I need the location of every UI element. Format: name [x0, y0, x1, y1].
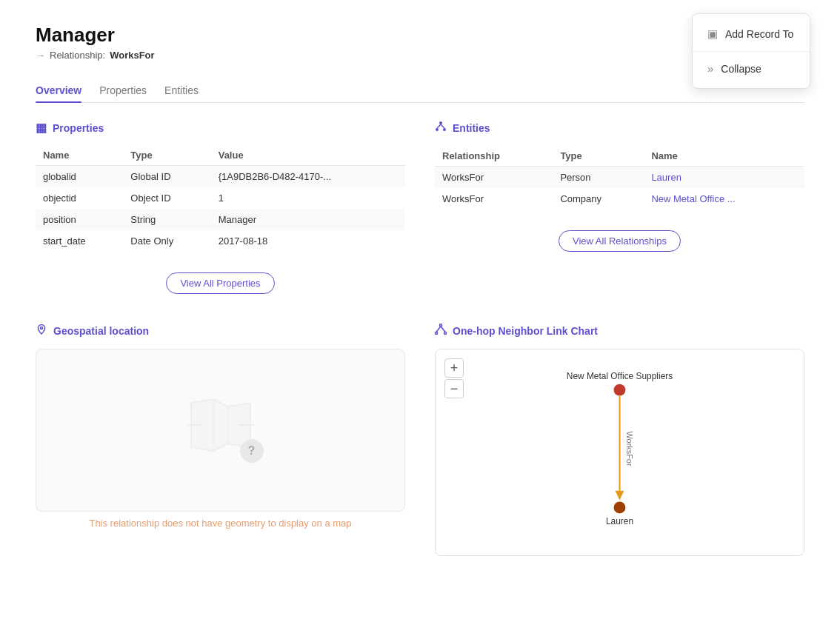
- col-name: Name: [644, 146, 804, 167]
- zoom-in-button[interactable]: +: [444, 358, 464, 378]
- entities-cell-type: Company: [553, 188, 644, 210]
- svg-point-0: [439, 121, 442, 124]
- properties-cell-type: Global ID: [123, 166, 210, 188]
- entities-title: Entities: [453, 122, 490, 134]
- properties-cell-value: {1A9DB2B6-D482-4170-...: [211, 166, 405, 188]
- collapse-icon: »: [707, 62, 713, 75]
- svg-line-4: [441, 124, 444, 128]
- svg-point-12: [436, 332, 438, 335]
- collapse-label: Collapse: [721, 63, 761, 75]
- tabs-bar: Overview Properties Entities: [36, 78, 804, 103]
- properties-cell-name: objectid: [36, 187, 123, 209]
- properties-cell-value: 1: [211, 187, 405, 209]
- page-container: Manager → Relationship: WorksFor ▣ Add R…: [0, 0, 840, 639]
- table-row: positionStringManager: [36, 209, 405, 230]
- question-badge: ?: [240, 439, 264, 463]
- properties-section-header: ▦ Properties: [36, 121, 405, 135]
- menu-divider: [693, 51, 810, 52]
- geo-title: Geospatial location: [53, 325, 149, 337]
- node-bottom-label: Lauren: [606, 516, 633, 526]
- col-type: Type: [123, 145, 210, 166]
- svg-point-13: [444, 332, 447, 335]
- properties-cell-type: Date Only: [123, 230, 210, 252]
- rel-name: WorksFor: [110, 50, 154, 61]
- col-relationship: Relationship: [435, 146, 553, 167]
- entities-table-body: WorksForPersonLaurenWorksForCompanyNew M…: [435, 167, 804, 210]
- tab-overview[interactable]: Overview: [36, 78, 81, 102]
- col-type: Type: [553, 146, 644, 167]
- view-all-properties-button[interactable]: View All Properties: [166, 272, 274, 294]
- entities-table-header: Relationship Type Name: [435, 146, 804, 167]
- relationship-label: → Relationship: WorksFor: [36, 50, 804, 61]
- properties-table-header: Name Type Value: [36, 145, 405, 166]
- geo-icon: [36, 324, 47, 338]
- entities-panel: Entities Relationship Type Name WorksFor…: [435, 121, 804, 318]
- svg-line-15: [441, 327, 445, 332]
- table-row: WorksForCompanyNew Metal Office ...: [435, 188, 804, 210]
- svg-point-5: [41, 327, 43, 329]
- properties-cell-name: start_date: [36, 230, 123, 252]
- content-grid: ▦ Properties Name Type Value globalidGlo…: [36, 121, 804, 318]
- table-row: WorksForPersonLauren: [435, 167, 804, 189]
- properties-icon: ▦: [36, 121, 47, 135]
- add-record-label: Add Record To: [725, 28, 793, 40]
- entities-cell-relationship: WorksFor: [435, 167, 553, 189]
- col-name: Name: [36, 145, 123, 166]
- rel-prefix: Relationship:: [50, 50, 105, 61]
- svg-point-2: [443, 128, 446, 131]
- properties-cell-value: 2017-08-18: [211, 230, 405, 252]
- node-top: [614, 384, 626, 396]
- svg-point-1: [436, 128, 439, 131]
- entities-cell-relationship: WorksFor: [435, 188, 553, 210]
- properties-cell-type: String: [123, 209, 210, 230]
- view-all-relationships-container: View All Relationships: [435, 230, 804, 252]
- entities-table: Relationship Type Name WorksForPersonLau…: [435, 146, 804, 210]
- entities-section-header: Entities: [435, 121, 804, 136]
- properties-table: Name Type Value globalidGlobal ID{1A9DB2…: [36, 145, 405, 252]
- tab-properties[interactable]: Properties: [99, 78, 147, 102]
- edge-label: WorksFor: [625, 432, 634, 466]
- table-row: start_dateDate Only2017-08-18: [36, 230, 405, 252]
- arrow-icon: →: [36, 50, 45, 61]
- page-title: Manager: [36, 24, 804, 47]
- properties-panel: ▦ Properties Name Type Value globalidGlo…: [36, 121, 405, 318]
- view-all-properties-container: View All Properties: [36, 272, 405, 294]
- svg-line-3: [437, 124, 441, 128]
- geo-message: This relationship does not have geometry…: [36, 518, 405, 529]
- svg-point-11: [440, 324, 442, 327]
- entities-cell-name[interactable]: New Metal Office ...: [644, 188, 804, 210]
- link-chart-svg: New Metal Office Suppliers Lauren WorksF…: [436, 349, 804, 555]
- dropdown-menu: ▣ Add Record To » Collapse: [692, 13, 810, 89]
- node-top-label: New Metal Office Suppliers: [567, 371, 673, 381]
- properties-cell-name: position: [36, 209, 123, 230]
- svg-line-14: [436, 327, 441, 332]
- node-bottom: [614, 502, 626, 514]
- entities-cell-type: Person: [553, 167, 644, 189]
- geo-header: Geospatial location: [36, 324, 405, 338]
- table-row: globalidGlobal ID{1A9DB2B6-D482-4170-...: [36, 166, 405, 188]
- zoom-out-button[interactable]: −: [444, 379, 464, 398]
- properties-cell-type: Object ID: [123, 187, 210, 209]
- add-record-icon: ▣: [707, 27, 718, 41]
- collapse-item[interactable]: » Collapse: [693, 55, 810, 82]
- chart-title: One-hop Neighbor Link Chart: [453, 325, 598, 337]
- properties-cell-value: Manager: [211, 209, 405, 230]
- chart-icon: [435, 324, 447, 338]
- col-value: Value: [211, 145, 405, 166]
- chart-header: One-hop Neighbor Link Chart: [435, 324, 804, 338]
- chart-box: + − New Metal Office Suppliers Lauren: [435, 349, 804, 556]
- link-chart-section: One-hop Neighbor Link Chart + −: [435, 324, 804, 556]
- properties-title: Properties: [53, 122, 104, 134]
- tab-entities[interactable]: Entities: [164, 78, 199, 102]
- chart-controls: + −: [444, 358, 464, 398]
- header: Manager → Relationship: WorksFor: [36, 24, 804, 61]
- geospatial-section: Geospatial location ? This relationship …: [36, 324, 405, 556]
- entities-cell-name[interactable]: Lauren: [644, 167, 804, 189]
- entities-icon: [435, 121, 447, 136]
- add-record-item[interactable]: ▣ Add Record To: [693, 20, 810, 48]
- table-row: objectidObject ID1: [36, 187, 405, 209]
- properties-table-body: globalidGlobal ID{1A9DB2B6-D482-4170-...…: [36, 166, 405, 252]
- map-placeholder: ?: [36, 349, 405, 512]
- properties-cell-name: globalid: [36, 166, 123, 188]
- view-all-relationships-button[interactable]: View All Relationships: [559, 230, 681, 252]
